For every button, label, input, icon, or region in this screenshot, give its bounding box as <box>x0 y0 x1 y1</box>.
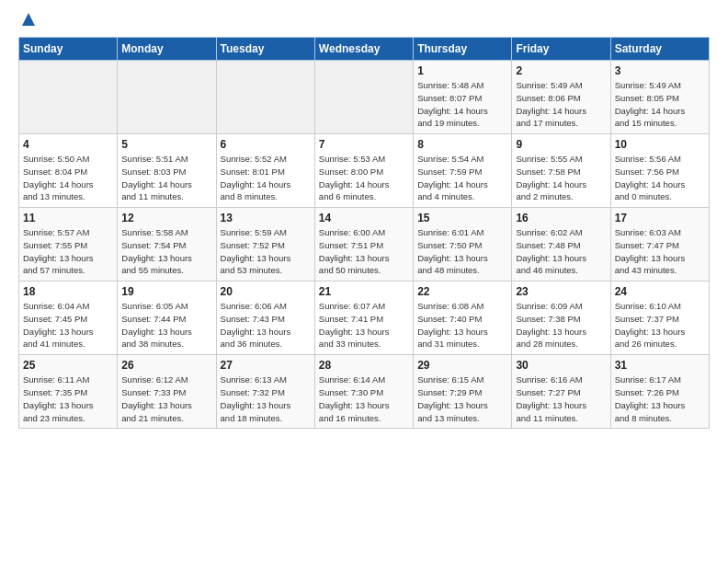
day-info: Sunrise: 5:49 AM Sunset: 8:06 PM Dayligh… <box>516 79 606 130</box>
day-info: Sunrise: 5:59 AM Sunset: 7:52 PM Dayligh… <box>221 226 311 277</box>
logo <box>18 15 37 28</box>
day-info: Sunrise: 6:17 AM Sunset: 7:26 PM Dayligh… <box>615 373 705 424</box>
day-info: Sunrise: 6:06 AM Sunset: 7:43 PM Dayligh… <box>221 300 311 350</box>
calendar-cell: 29Sunrise: 6:15 AM Sunset: 7:29 PM Dayli… <box>414 355 512 429</box>
day-number: 29 <box>417 359 507 372</box>
day-number: 8 <box>417 138 507 151</box>
calendar-cell: 25Sunrise: 6:11 AM Sunset: 7:35 PM Dayli… <box>19 355 118 429</box>
calendar-cell: 23Sunrise: 6:09 AM Sunset: 7:38 PM Dayli… <box>512 282 610 355</box>
day-number: 7 <box>319 138 409 151</box>
calendar-cell: 30Sunrise: 6:16 AM Sunset: 7:27 PM Dayli… <box>512 355 610 429</box>
calendar-cell: 7Sunrise: 5:53 AM Sunset: 8:00 PM Daylig… <box>314 134 413 208</box>
logo-icon <box>20 11 37 28</box>
day-number: 24 <box>615 285 705 298</box>
day-number: 1 <box>417 64 507 77</box>
weekday-header: Monday <box>118 38 216 61</box>
calendar-cell: 21Sunrise: 6:07 AM Sunset: 7:41 PM Dayli… <box>314 282 413 355</box>
day-number: 25 <box>23 359 113 372</box>
day-number: 20 <box>221 285 311 298</box>
calendar-cell <box>19 61 118 134</box>
calendar-cell <box>216 61 314 134</box>
calendar-cell: 13Sunrise: 5:59 AM Sunset: 7:52 PM Dayli… <box>216 208 314 282</box>
calendar-cell: 3Sunrise: 5:49 AM Sunset: 8:05 PM Daylig… <box>610 61 709 134</box>
day-number: 2 <box>516 64 606 77</box>
calendar-cell: 10Sunrise: 5:56 AM Sunset: 7:56 PM Dayli… <box>610 134 709 208</box>
day-number: 13 <box>221 212 311 224</box>
day-info: Sunrise: 5:57 AM Sunset: 7:55 PM Dayligh… <box>23 226 113 277</box>
calendar-table: SundayMondayTuesdayWednesdayThursdayFrid… <box>18 37 710 429</box>
calendar-cell <box>314 61 413 134</box>
calendar-week-row: 4Sunrise: 5:50 AM Sunset: 8:04 PM Daylig… <box>19 134 710 208</box>
day-info: Sunrise: 5:58 AM Sunset: 7:54 PM Dayligh… <box>121 226 211 277</box>
calendar-week-row: 25Sunrise: 6:11 AM Sunset: 7:35 PM Dayli… <box>19 355 710 429</box>
day-info: Sunrise: 6:11 AM Sunset: 7:35 PM Dayligh… <box>23 373 113 424</box>
day-info: Sunrise: 5:50 AM Sunset: 8:04 PM Dayligh… <box>23 153 113 203</box>
weekday-header: Saturday <box>610 38 709 61</box>
day-number: 6 <box>221 138 311 151</box>
day-number: 10 <box>615 138 705 151</box>
calendar-cell: 19Sunrise: 6:05 AM Sunset: 7:44 PM Dayli… <box>118 282 216 355</box>
day-number: 12 <box>121 212 211 224</box>
day-info: Sunrise: 6:12 AM Sunset: 7:33 PM Dayligh… <box>121 373 211 424</box>
calendar-cell: 31Sunrise: 6:17 AM Sunset: 7:26 PM Dayli… <box>610 355 709 429</box>
day-info: Sunrise: 6:01 AM Sunset: 7:50 PM Dayligh… <box>417 226 507 277</box>
day-info: Sunrise: 5:53 AM Sunset: 8:00 PM Dayligh… <box>319 153 409 203</box>
day-info: Sunrise: 6:16 AM Sunset: 7:27 PM Dayligh… <box>516 373 606 424</box>
page: SundayMondayTuesdayWednesdayThursdayFrid… <box>0 0 728 438</box>
day-number: 18 <box>23 285 113 298</box>
calendar-cell: 11Sunrise: 5:57 AM Sunset: 7:55 PM Dayli… <box>19 208 118 282</box>
day-number: 17 <box>615 212 705 224</box>
calendar-cell: 26Sunrise: 6:12 AM Sunset: 7:33 PM Dayli… <box>118 355 216 429</box>
calendar-week-row: 1Sunrise: 5:48 AM Sunset: 8:07 PM Daylig… <box>19 61 710 134</box>
calendar-cell: 9Sunrise: 5:55 AM Sunset: 7:58 PM Daylig… <box>512 134 610 208</box>
calendar-cell: 24Sunrise: 6:10 AM Sunset: 7:37 PM Dayli… <box>610 282 709 355</box>
day-number: 14 <box>319 212 409 224</box>
calendar-cell: 14Sunrise: 6:00 AM Sunset: 7:51 PM Dayli… <box>314 208 413 282</box>
day-number: 23 <box>516 285 606 298</box>
weekday-header: Tuesday <box>216 38 314 61</box>
day-info: Sunrise: 6:08 AM Sunset: 7:40 PM Dayligh… <box>417 300 507 350</box>
day-number: 28 <box>319 359 409 372</box>
calendar-cell: 1Sunrise: 5:48 AM Sunset: 8:07 PM Daylig… <box>414 61 512 134</box>
day-number: 22 <box>417 285 507 298</box>
calendar-cell: 6Sunrise: 5:52 AM Sunset: 8:01 PM Daylig… <box>216 134 314 208</box>
svg-marker-0 <box>22 13 35 26</box>
day-info: Sunrise: 6:03 AM Sunset: 7:47 PM Dayligh… <box>615 226 705 277</box>
day-info: Sunrise: 6:07 AM Sunset: 7:41 PM Dayligh… <box>319 300 409 350</box>
calendar-cell: 28Sunrise: 6:14 AM Sunset: 7:30 PM Dayli… <box>314 355 413 429</box>
day-info: Sunrise: 5:51 AM Sunset: 8:03 PM Dayligh… <box>121 153 211 203</box>
day-number: 3 <box>615 64 705 77</box>
calendar-cell: 27Sunrise: 6:13 AM Sunset: 7:32 PM Dayli… <box>216 355 314 429</box>
day-number: 9 <box>516 138 606 151</box>
calendar-cell: 4Sunrise: 5:50 AM Sunset: 8:04 PM Daylig… <box>19 134 118 208</box>
day-info: Sunrise: 5:54 AM Sunset: 7:59 PM Dayligh… <box>417 153 507 203</box>
day-number: 19 <box>121 285 211 298</box>
weekday-row: SundayMondayTuesdayWednesdayThursdayFrid… <box>19 38 710 61</box>
weekday-header: Wednesday <box>314 38 413 61</box>
calendar-cell: 12Sunrise: 5:58 AM Sunset: 7:54 PM Dayli… <box>118 208 216 282</box>
day-number: 4 <box>23 138 113 151</box>
calendar-cell: 16Sunrise: 6:02 AM Sunset: 7:48 PM Dayli… <box>512 208 610 282</box>
day-info: Sunrise: 6:15 AM Sunset: 7:29 PM Dayligh… <box>417 373 507 424</box>
day-info: Sunrise: 6:14 AM Sunset: 7:30 PM Dayligh… <box>319 373 409 424</box>
weekday-header: Friday <box>512 38 610 61</box>
day-info: Sunrise: 6:13 AM Sunset: 7:32 PM Dayligh… <box>221 373 311 424</box>
day-number: 11 <box>23 212 113 224</box>
day-info: Sunrise: 5:48 AM Sunset: 8:07 PM Dayligh… <box>417 79 507 130</box>
weekday-header: Sunday <box>19 38 118 61</box>
calendar-cell: 18Sunrise: 6:04 AM Sunset: 7:45 PM Dayli… <box>19 282 118 355</box>
calendar-cell: 5Sunrise: 5:51 AM Sunset: 8:03 PM Daylig… <box>118 134 216 208</box>
day-number: 5 <box>121 138 211 151</box>
calendar-cell: 15Sunrise: 6:01 AM Sunset: 7:50 PM Dayli… <box>414 208 512 282</box>
day-info: Sunrise: 6:10 AM Sunset: 7:37 PM Dayligh… <box>615 300 705 350</box>
day-number: 26 <box>121 359 211 372</box>
calendar-cell: 2Sunrise: 5:49 AM Sunset: 8:06 PM Daylig… <box>512 61 610 134</box>
day-info: Sunrise: 6:02 AM Sunset: 7:48 PM Dayligh… <box>516 226 606 277</box>
calendar-cell: 22Sunrise: 6:08 AM Sunset: 7:40 PM Dayli… <box>414 282 512 355</box>
day-number: 31 <box>615 359 705 372</box>
day-info: Sunrise: 5:52 AM Sunset: 8:01 PM Dayligh… <box>221 153 311 203</box>
calendar-cell <box>118 61 216 134</box>
calendar-cell: 17Sunrise: 6:03 AM Sunset: 7:47 PM Dayli… <box>610 208 709 282</box>
day-info: Sunrise: 5:49 AM Sunset: 8:05 PM Dayligh… <box>615 79 705 130</box>
weekday-header: Thursday <box>414 38 512 61</box>
